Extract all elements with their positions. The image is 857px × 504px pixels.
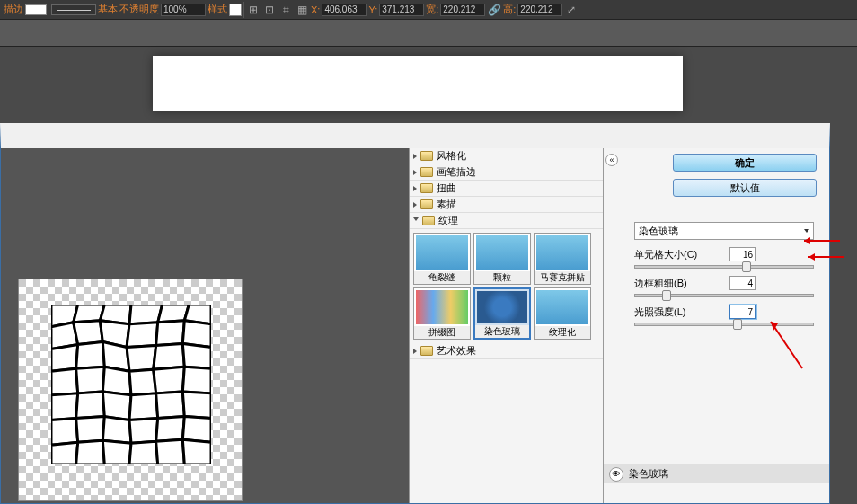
folder-icon [420,151,433,161]
thumb-image [416,235,468,270]
category-brush[interactable]: 画笔描边 [410,164,603,181]
w-label: 宽: [426,3,438,16]
basic-label: 基本 [98,3,118,16]
triangle-icon [413,154,417,159]
collapse-button[interactable]: « [605,154,618,166]
light-label: 光照强度(L) [634,305,724,319]
ok-button[interactable]: 确定 [673,154,817,172]
thumbnail-grid: 龟裂缝 颗粒 马赛克拼贴 拼缀图 染色玻璃 纹理化 [410,229,603,343]
separator [49,2,49,18]
category-label: 扭曲 [437,181,456,195]
triangle-icon [413,170,417,175]
transform-icon[interactable]: ⌗ [278,3,293,17]
light-input[interactable] [729,305,756,319]
thumb-image [416,290,468,324]
dropdown-value: 染色玻璃 [639,225,678,238]
filter-thumb-craquelure[interactable]: 龟裂缝 [413,233,471,285]
border-label: 边框粗细(B) [634,277,724,290]
triangle-icon [413,349,417,354]
thumb-image [536,235,588,270]
category-label: 艺术效果 [437,344,476,358]
border-row: 边框粗细(B) [634,276,817,290]
grid-icon[interactable]: ▦ [295,3,309,17]
w-input[interactable] [440,4,485,16]
thumb-label: 龟裂缝 [414,271,470,284]
opacity-input[interactable] [161,4,206,16]
category-pane: 风格化 画笔描边 扭曲 素描 纹理 龟裂缝 颗粒 马赛克拼贴 拼缀图 染色玻璃 … [410,148,604,503]
category-label: 风格化 [437,149,466,163]
cell-size-row: 单元格大小(C) [634,247,817,261]
category-distort[interactable]: 扭曲 [410,181,603,197]
chevron-down-icon [804,229,809,233]
thumb-label: 染色玻璃 [475,325,529,338]
triangle-down-icon [413,217,419,224]
style-swatch[interactable] [229,4,242,16]
folder-icon [420,183,433,193]
category-sketch[interactable]: 素描 [410,197,603,213]
slider-thumb[interactable] [733,319,742,330]
category-label: 纹理 [438,214,458,227]
panel-strip [0,20,857,47]
slider-thumb[interactable] [662,290,671,301]
align-icon[interactable]: ⊞ [246,3,261,17]
y-label: Y: [368,4,377,15]
filter-thumb-grain[interactable]: 颗粒 [473,233,531,285]
category-label: 画笔描边 [437,165,476,179]
thumb-image [476,235,528,270]
folder-icon [422,216,435,225]
thumb-label: 拼缀图 [414,326,470,339]
triangle-icon [413,186,417,191]
preview-window[interactable] [18,279,243,501]
filter-thumb-stainedglass[interactable]: 染色玻璃 [473,287,531,340]
style-label: 样式 [208,3,227,16]
effect-layer-row[interactable]: 👁 染色玻璃 [604,464,829,483]
preview-image [51,305,211,464]
separator [243,2,244,18]
stroke-swatch[interactable] [25,4,47,15]
light-row: 光照强度(L) [634,305,817,319]
visibility-icon[interactable]: 👁 [609,467,623,482]
thumb-label: 颗粒 [474,271,530,284]
border-slider[interactable] [634,294,814,297]
filter-dropdown[interactable]: 染色玻璃 [634,222,814,240]
opacity-label: 不透明度 [119,3,159,16]
options-toolbar: 描边 基本 不透明度 样式 ⊞ ⊡ ⌗ ▦ X: Y: 宽: 🔗 高: ⤢ [0,0,857,20]
triangle-icon [413,202,417,208]
h-input[interactable] [517,4,562,16]
thumb-label: 马赛克拼贴 [535,271,590,284]
stroke-label: 描边 [4,3,23,16]
light-slider[interactable] [634,323,814,326]
folder-icon [420,167,433,177]
y-input[interactable] [379,4,424,16]
x-input[interactable] [322,4,367,16]
thumb-image [536,290,588,324]
filter-thumb-texturizer[interactable]: 纹理化 [534,287,591,340]
stroke-style[interactable] [51,4,96,15]
layer-name: 染色玻璃 [629,467,668,481]
slider-thumb[interactable] [742,261,751,272]
filter-thumb-patchwork[interactable]: 拼缀图 [413,287,471,340]
border-input[interactable] [729,276,756,290]
link-icon[interactable]: 🔗 [487,3,501,17]
category-artistic[interactable]: 艺术效果 [410,343,603,359]
align-icon[interactable]: ⊡ [262,3,277,17]
controls-pane: « 确定 默认值 染色玻璃 单元格大小(C) 边框粗细(B) 光照强度(L) 👁… [604,148,829,503]
category-texture[interactable]: 纹理 [410,213,603,229]
h-label: 高: [503,3,516,16]
category-label: 素描 [437,198,456,211]
cell-size-label: 单元格大小(C) [634,248,724,261]
folder-icon [420,199,433,209]
cell-size-input[interactable] [729,247,756,261]
folder-icon [420,346,433,356]
stained-glass-preview [51,305,211,464]
filter-thumb-mosaic[interactable]: 马赛克拼贴 [534,233,591,285]
cell-size-slider[interactable] [634,265,814,269]
document-canvas[interactable] [153,56,683,111]
thumb-image [477,291,527,323]
x-label: X: [311,4,320,15]
expand-icon[interactable]: ⤢ [564,3,579,17]
default-button[interactable]: 默认值 [673,179,817,197]
thumb-label: 纹理化 [535,326,590,339]
category-stylize[interactable]: 风格化 [410,148,603,164]
